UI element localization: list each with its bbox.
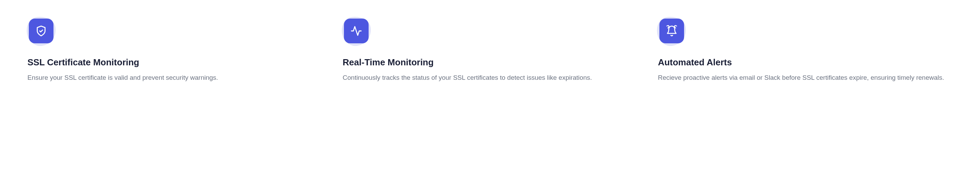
feature-card-ssl-monitoring: SSL Certificate Monitoring Ensure your S…	[27, 17, 322, 83]
icon-wrapper	[27, 17, 55, 45]
feature-title: SSL Certificate Monitoring	[27, 57, 322, 68]
feature-card-realtime: Real-Time Monitoring Continuously tracks…	[342, 17, 637, 83]
shield-check-icon	[35, 25, 47, 37]
icon-box	[29, 19, 54, 43]
feature-card-alerts: Automated Alerts Recieve proactive alert…	[658, 17, 953, 83]
icon-wrapper	[342, 17, 370, 45]
icon-box	[344, 19, 369, 43]
features-grid: SSL Certificate Monitoring Ensure your S…	[27, 17, 953, 83]
feature-description: Recieve proactive alerts via email or Sl…	[658, 72, 953, 83]
icon-wrapper	[658, 17, 686, 45]
feature-title: Real-Time Monitoring	[342, 57, 637, 68]
feature-description: Continuously tracks the status of your S…	[342, 72, 637, 83]
feature-title: Automated Alerts	[658, 57, 953, 68]
icon-box	[659, 19, 684, 43]
feature-description: Ensure your SSL certificate is valid and…	[27, 72, 322, 83]
bell-icon	[666, 25, 678, 37]
activity-icon	[350, 25, 362, 37]
